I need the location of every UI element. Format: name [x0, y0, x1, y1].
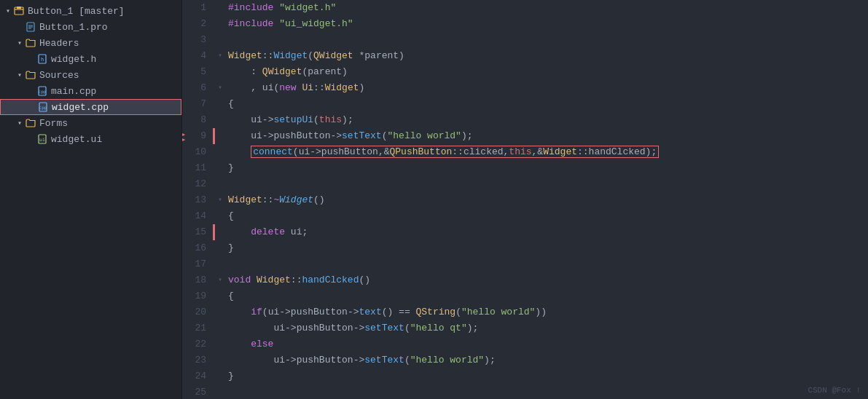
- headers-label: Headers: [39, 38, 79, 49]
- code-table: 1 #include "widget.h" 2 #include "ui_wid…: [182, 0, 868, 399]
- line-23: 23 ui->pushButton->setText("hello world"…: [182, 352, 868, 368]
- line-num-8: 8: [182, 112, 215, 128]
- line-content-10: connect(ui->pushButton,&QPushButton::cli…: [225, 144, 868, 160]
- line-num-24: 24: [182, 368, 215, 384]
- line-content-1: #include "widget.h": [225, 0, 868, 16]
- line-fold-17: [215, 256, 225, 272]
- line-fold-9: [215, 128, 225, 144]
- line-fold-12: [215, 176, 225, 192]
- forms-arrow: ▾: [15, 119, 25, 127]
- line-content-20: if(ui->pushButton->text() == QString("he…: [225, 304, 868, 320]
- line-fold-6: ▾: [215, 80, 225, 96]
- line-content-16: }: [225, 240, 868, 256]
- line-content-13: Widget::~Widget(): [225, 192, 868, 208]
- main-cpp-label: main.cpp: [51, 86, 96, 97]
- line-content-21: ui->pushButton->setText("hello qt");: [225, 320, 868, 336]
- line-num-2: 2: [182, 16, 215, 32]
- tree-widget-ui[interactable]: ui widget.ui: [0, 131, 181, 147]
- widget-h-icon: h: [36, 53, 48, 65]
- line-fold-4: ▾: [215, 48, 225, 64]
- line-fold-21: [215, 320, 225, 336]
- line-num-18: 18: [182, 272, 215, 288]
- line-25: 25: [182, 384, 868, 399]
- line-num-14: 14: [182, 208, 215, 224]
- svg-text:ui: ui: [39, 137, 45, 143]
- line-content-4: Widget::Widget(QWidget *parent): [225, 48, 868, 64]
- line-content-11: }: [225, 160, 868, 176]
- file-tree: ▾ Button_1 [master] Button_1.pro ▾ Heade…: [0, 0, 182, 399]
- tree-pro[interactable]: Button_1.pro: [0, 19, 181, 35]
- line-10: 10 connect(ui->pushButton,&QPushButton::…: [182, 144, 868, 160]
- line-content-24: }: [225, 368, 868, 384]
- line-fold-20: [215, 304, 225, 320]
- tree-widget-h[interactable]: h widget.h: [0, 51, 181, 67]
- pro-icon: [25, 21, 36, 33]
- line-content-2: #include "ui_widget.h": [225, 16, 868, 32]
- pro-label: Button_1.pro: [39, 22, 108, 33]
- line-num-16: 16: [182, 240, 215, 256]
- line-4: 4 ▾ Widget::Widget(QWidget *parent): [182, 48, 868, 64]
- tree-root[interactable]: ▾ Button_1 [master]: [0, 3, 181, 19]
- line-fold-1: [215, 0, 225, 16]
- tree-sources[interactable]: ▾ Sources: [0, 67, 181, 83]
- line-5: 5 : QWidget(parent): [182, 64, 868, 80]
- line-fold-23: [215, 352, 225, 368]
- line-7: 7 {: [182, 96, 868, 112]
- line-num-3: 3: [182, 32, 215, 48]
- line-num-25: 25: [182, 384, 215, 399]
- line-content-7: {: [225, 96, 868, 112]
- line-6: 6 ▾ , ui(new Ui::Widget): [182, 80, 868, 96]
- line-content-5: : QWidget(parent): [225, 64, 868, 80]
- line-num-23: 23: [182, 352, 215, 368]
- root-label: Button_1 [master]: [28, 6, 125, 17]
- line-num-5: 5: [182, 64, 215, 80]
- headers-icon: [25, 37, 36, 49]
- svg-text:h: h: [41, 57, 44, 63]
- line-fold-5: [215, 64, 225, 80]
- line-content-8: ui->setupUi(this);: [225, 112, 868, 128]
- tree-main-cpp[interactable]: cpp main.cpp: [0, 83, 181, 99]
- line-9: 9 ui->pushButton->setText("hello world")…: [182, 128, 868, 144]
- line-19: 19 {: [182, 288, 868, 304]
- line-content-22: else: [225, 336, 868, 352]
- line-num-13: 13: [182, 192, 215, 208]
- widget-h-label: widget.h: [51, 54, 96, 65]
- line-16: 16 }: [182, 240, 868, 256]
- line-content-19: {: [225, 288, 868, 304]
- line-num-10: 10: [182, 144, 215, 160]
- line-num-11: 11: [182, 160, 215, 176]
- line-fold-22: [215, 336, 225, 352]
- tree-forms[interactable]: ▾ Forms: [0, 115, 181, 131]
- line-content-17: [225, 256, 868, 272]
- line-2: 2 #include "ui_widget.h": [182, 16, 868, 32]
- code-editor[interactable]: 1 #include "widget.h" 2 #include "ui_wid…: [182, 0, 868, 399]
- line-22: 22 else: [182, 336, 868, 352]
- tree-widget-cpp[interactable]: cpp widget.cpp: [0, 99, 181, 115]
- line-fold-19: [215, 288, 225, 304]
- line-fold-11: [215, 160, 225, 176]
- svg-rect-2: [17, 7, 21, 9]
- line-num-12: 12: [182, 176, 215, 192]
- watermark: CSDN @Fox !: [808, 386, 861, 395]
- widget-cpp-label: widget.cpp: [52, 102, 109, 113]
- widget-ui-label: widget.ui: [51, 134, 102, 145]
- line-fold-15: [215, 224, 225, 240]
- line-fold-24: [215, 368, 225, 384]
- main-cpp-icon: cpp: [36, 85, 48, 97]
- svg-text:cpp: cpp: [39, 105, 47, 111]
- widget-ui-icon: ui: [36, 133, 48, 145]
- line-fold-14: [215, 208, 225, 224]
- line-num-21: 21: [182, 320, 215, 336]
- line-fold-16: [215, 240, 225, 256]
- tree-headers[interactable]: ▾ Headers: [0, 35, 181, 51]
- root-icon: [13, 5, 25, 17]
- line-content-14: {: [225, 208, 868, 224]
- line-num-15: 15: [182, 224, 215, 240]
- widget-cpp-icon: cpp: [37, 101, 49, 113]
- line-num-22: 22: [182, 336, 215, 352]
- line-num-19: 19: [182, 288, 215, 304]
- line-12: 12: [182, 176, 868, 192]
- line-8: 8 ui->setupUi(this);: [182, 112, 868, 128]
- line-17: 17: [182, 256, 868, 272]
- line-fold-3: [215, 32, 225, 48]
